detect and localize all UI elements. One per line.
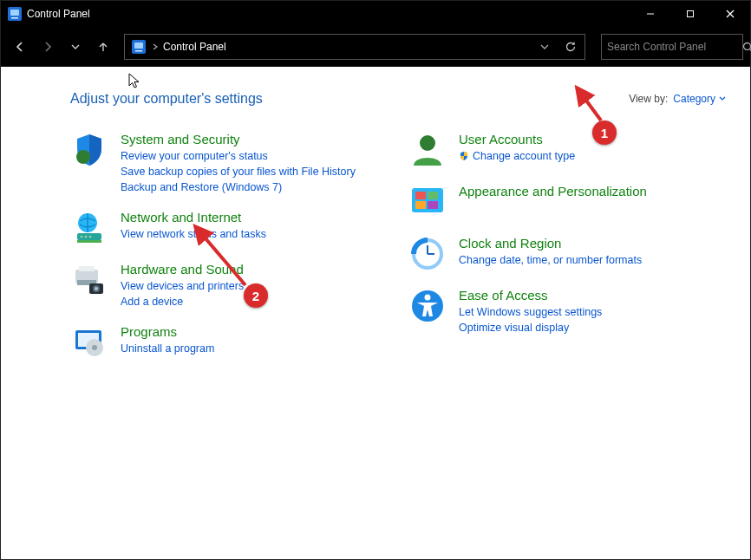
svg-rect-2 <box>11 17 18 19</box>
breadcrumb-location[interactable]: Control Panel <box>163 41 226 53</box>
breadcrumb-separator-icon <box>153 43 158 50</box>
svg-rect-8 <box>134 42 143 49</box>
page-heading: Adjust your computer's settings <box>70 91 263 107</box>
globe-network-icon <box>70 209 108 247</box>
svg-rect-34 <box>428 201 438 209</box>
control-panel-icon <box>130 38 147 55</box>
category-title[interactable]: Appearance and Personalization <box>459 183 647 200</box>
svg-rect-33 <box>415 201 426 209</box>
svg-point-10 <box>744 42 751 49</box>
svg-rect-31 <box>415 192 426 199</box>
svg-point-40 <box>425 295 431 301</box>
search-icon[interactable] <box>742 35 751 59</box>
address-history-button[interactable] <box>534 35 555 59</box>
view-by-label: View by: <box>629 93 668 105</box>
view-by-value: Category <box>673 93 715 105</box>
category-programs: Programs Uninstall a program <box>70 323 374 361</box>
programs-icon <box>70 323 108 361</box>
category-link[interactable]: Add a device <box>121 294 244 309</box>
category-link[interactable]: Review your computer's status <box>121 148 356 164</box>
uac-shield-icon <box>459 151 469 161</box>
svg-point-12 <box>76 150 90 164</box>
category-link[interactable]: Backup and Restore (Windows 7) <box>121 179 356 195</box>
annotation-badge-2: 2 <box>244 283 268 308</box>
refresh-button[interactable] <box>557 34 584 60</box>
shield-icon <box>70 131 108 169</box>
forward-button[interactable] <box>36 35 60 59</box>
search-input[interactable] <box>602 41 742 53</box>
category-system-security: System and Security Review your computer… <box>70 131 374 195</box>
svg-rect-9 <box>135 50 142 52</box>
navigation-bar: Control Panel <box>1 27 750 67</box>
control-panel-icon <box>8 7 22 21</box>
back-button[interactable] <box>8 35 32 59</box>
user-icon <box>408 131 447 169</box>
svg-rect-20 <box>79 266 95 271</box>
recent-locations-button[interactable] <box>63 35 88 59</box>
category-user-accounts: User Accounts Change account type <box>408 131 712 169</box>
view-by-dropdown[interactable]: Category <box>673 93 726 105</box>
svg-point-17 <box>85 236 88 238</box>
svg-point-28 <box>92 345 97 350</box>
category-title[interactable]: Ease of Access <box>459 287 602 304</box>
svg-point-16 <box>81 236 83 238</box>
category-ease-of-access: Ease of Access Let Windows suggest setti… <box>408 287 712 335</box>
window-frame: Control Panel <box>0 0 751 560</box>
accessibility-icon <box>408 287 447 325</box>
category-title[interactable]: User Accounts <box>459 131 575 148</box>
category-title[interactable]: Clock and Region <box>459 235 642 252</box>
category-link[interactable]: View devices and printers <box>121 278 244 294</box>
svg-rect-15 <box>77 240 101 243</box>
svg-point-29 <box>420 135 435 151</box>
appearance-icon <box>408 183 447 221</box>
category-column-left: System and Security Review your computer… <box>70 131 374 361</box>
category-title[interactable]: Programs <box>121 323 214 341</box>
category-hardware-sound: Hardware and Sound View devices and prin… <box>70 261 374 309</box>
printer-camera-icon <box>70 261 108 299</box>
svg-point-24 <box>95 287 98 290</box>
category-link[interactable]: Change account type <box>459 148 575 164</box>
clock-icon <box>408 235 447 273</box>
category-network-internet: Network and Internet View network status… <box>70 209 374 247</box>
category-title[interactable]: System and Security <box>121 131 356 148</box>
category-link[interactable]: Change date, time, or number formats <box>459 252 642 268</box>
maximize-button[interactable] <box>670 1 710 27</box>
svg-rect-32 <box>428 192 438 199</box>
view-by-control: View by: Category <box>629 93 726 105</box>
annotation-badge-1: 1 <box>592 120 617 145</box>
up-button[interactable] <box>91 35 115 59</box>
svg-point-18 <box>89 236 92 238</box>
close-button[interactable] <box>710 1 750 27</box>
content-area: Adjust your computer's settings View by:… <box>1 67 750 559</box>
category-link[interactable]: Save backup copies of your files with Fi… <box>121 164 356 179</box>
svg-rect-1 <box>10 10 19 16</box>
window-title: Control Panel <box>27 8 90 20</box>
category-link[interactable]: Uninstall a program <box>121 341 214 356</box>
category-column-right: User Accounts Change account type <box>408 131 712 361</box>
svg-rect-4 <box>688 11 694 17</box>
title-bar: Control Panel <box>1 1 750 27</box>
category-clock-region: Clock and Region Change date, time, or n… <box>408 235 712 273</box>
category-title[interactable]: Network and Internet <box>121 209 266 226</box>
category-appearance-personalization: Appearance and Personalization <box>408 183 712 221</box>
category-title[interactable]: Hardware and Sound <box>121 261 244 278</box>
category-link[interactable]: Let Windows suggest settings <box>459 304 602 320</box>
minimize-button[interactable] <box>630 1 670 27</box>
category-link[interactable]: View network status and tasks <box>121 226 266 242</box>
search-box[interactable] <box>601 34 743 60</box>
address-bar[interactable]: Control Panel <box>124 34 585 60</box>
chevron-down-icon <box>719 96 726 101</box>
category-link[interactable]: Optimize visual display <box>459 320 602 335</box>
